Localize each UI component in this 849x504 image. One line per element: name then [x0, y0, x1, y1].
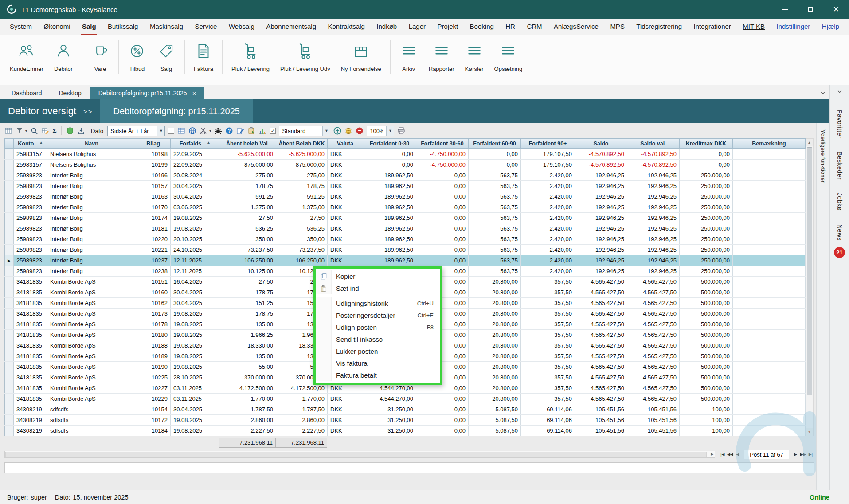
prev-page-button[interactable]: ◀◀ [726, 452, 734, 457]
bug-icon[interactable] [214, 126, 222, 135]
column-header-bilag[interactable]: Bilag [136, 139, 171, 149]
cell[interactable]: 10170 [136, 202, 171, 213]
menu-indstillinger[interactable]: Indstillinger [775, 19, 811, 35]
cell[interactable] [733, 213, 806, 223]
table-row[interactable]: 34308219sdfsdfs1015430.04.20251.787,501.… [5, 404, 806, 415]
table-row[interactable]: 25989823Interiør Bolig1019620.08.2024275… [5, 170, 806, 181]
search-icon[interactable] [30, 126, 38, 135]
cell[interactable]: 192.946,25 [627, 266, 680, 277]
menu-kontraktsalg[interactable]: Kontraktsalg [327, 19, 365, 35]
cell[interactable] [733, 351, 806, 362]
menu-mps[interactable]: MPS [609, 19, 626, 35]
checkbox-unchecked[interactable] [168, 128, 174, 134]
cell[interactable]: 189.962,50 [363, 245, 416, 255]
cell[interactable]: 178,75 [276, 181, 328, 191]
cell[interactable]: 2.420,00 [521, 255, 575, 266]
cell[interactable]: 2.420,00 [521, 245, 575, 255]
cell[interactable]: Kombi Borde ApS [47, 394, 136, 404]
first-record-button[interactable]: |◀ [719, 452, 726, 457]
cell[interactable]: 563,75 [469, 223, 521, 234]
cell[interactable]: 357,50 [521, 330, 575, 340]
cell[interactable]: 500.000,00 [680, 277, 733, 287]
cell[interactable]: 20.800,00 [469, 309, 521, 319]
cell[interactable] [733, 330, 806, 340]
cell[interactable]: DKK [328, 255, 363, 266]
cell[interactable]: 1.787,50 [219, 404, 276, 415]
cell[interactable]: 19.08.2025 [171, 415, 219, 426]
cell[interactable]: 192.946,25 [627, 191, 680, 202]
cell[interactable]: 4.172.500,00 [219, 383, 276, 394]
cell[interactable]: 563,75 [469, 234, 521, 245]
dropdown-caret-icon[interactable]: ▼ [322, 126, 330, 136]
cell[interactable]: 4.565.427,50 [575, 340, 627, 351]
cell[interactable]: 100,00 [680, 415, 733, 426]
cell[interactable] [733, 372, 806, 383]
sidebar-tab-news[interactable]: News [836, 224, 843, 241]
cell[interactable]: 2.420,00 [521, 170, 575, 181]
cell[interactable]: 20.10.2025 [171, 234, 219, 245]
cell[interactable]: 4.565.427,50 [575, 351, 627, 362]
table-icon[interactable] [177, 126, 185, 135]
cell[interactable]: 30.04.2025 [171, 298, 219, 309]
cell[interactable]: 192.946,25 [575, 223, 627, 234]
menu-websalg[interactable]: Websalg [228, 19, 255, 35]
menu-crm[interactable]: CRM [526, 19, 543, 35]
cell[interactable] [733, 383, 806, 394]
prev-record-button[interactable]: ◀ [734, 452, 741, 457]
view-select[interactable]: Standard▼ [279, 126, 330, 136]
toolbar-arkiv[interactable]: Arkiv [394, 40, 423, 74]
cell[interactable]: 25989823 [14, 213, 47, 223]
cell[interactable]: 4.565.427,50 [627, 287, 680, 298]
column-header-forfaldent-0-30[interactable]: Forfaldent 0-30 [363, 139, 416, 149]
cell[interactable]: 179.107,50 [521, 149, 575, 160]
cell[interactable] [733, 277, 806, 287]
cell[interactable]: 10162 [136, 298, 171, 309]
cell[interactable]: 192.946,25 [627, 234, 680, 245]
cell[interactable]: 19.08.2025 [171, 319, 219, 330]
cell[interactable]: 192.946,25 [627, 213, 680, 223]
cell[interactable]: 20.800,00 [469, 287, 521, 298]
cell[interactable]: DKK [328, 223, 363, 234]
cell[interactable]: 0,00 [416, 202, 469, 213]
cell[interactable]: 2.860,00 [276, 415, 328, 426]
cell[interactable]: 34181835 [14, 340, 47, 351]
cell[interactable]: 500.000,00 [680, 298, 733, 309]
cell[interactable]: 357,50 [521, 287, 575, 298]
cell[interactable]: 22.09.2025 [171, 160, 219, 170]
cell[interactable]: 178,75 [219, 287, 276, 298]
column-chooser-icon[interactable] [4, 126, 12, 135]
cell[interactable]: 357,50 [521, 340, 575, 351]
hscroll-thumb[interactable] [5, 452, 707, 457]
cell[interactable]: 1.375,00 [219, 202, 276, 213]
cell[interactable]: 563,75 [469, 170, 521, 181]
cell[interactable]: 591,25 [219, 191, 276, 202]
cell[interactable]: 19.08.2025 [171, 330, 219, 340]
cut-icon[interactable] [200, 126, 207, 135]
cell[interactable]: 0,00 [416, 245, 469, 255]
chart-icon[interactable] [258, 126, 266, 135]
cell[interactable]: Nielsens Bolighus [47, 160, 136, 170]
cell[interactable]: 73.237,50 [276, 245, 328, 255]
cell[interactable]: 25989823 [14, 234, 47, 245]
menu-projekt[interactable]: Projekt [436, 19, 459, 35]
cell[interactable]: Kombi Borde ApS [47, 372, 136, 383]
table-row[interactable]: 34181835Kombi Borde ApS1022903.11.20251.… [5, 394, 806, 404]
cell[interactable] [733, 319, 806, 330]
cell[interactable]: 1.966,25 [219, 330, 276, 340]
cell[interactable]: 10189 [136, 351, 171, 362]
cell[interactable] [733, 170, 806, 181]
menu-hjælp[interactable]: Hjælp [821, 19, 840, 35]
tab-desktop[interactable]: Desktop [51, 87, 90, 99]
cell[interactable]: 189.962,50 [363, 223, 416, 234]
cell[interactable]: 03.11.2025 [171, 394, 219, 404]
column-header-åbent-beløb-val[interactable]: Åbent beløb Val. [219, 139, 276, 149]
add-circle-icon[interactable] [333, 126, 341, 135]
cell[interactable]: 2.860,00 [219, 415, 276, 426]
table-row[interactable]: 34308219sdfsdfs1018419.08.20252.227,502.… [5, 426, 806, 436]
cell[interactable]: 875.000,00 [276, 160, 328, 170]
cell[interactable]: 250.000,00 [680, 223, 733, 234]
cell[interactable]: 4.565.427,50 [575, 362, 627, 372]
cell[interactable]: 25989823 [14, 266, 47, 277]
cell[interactable]: 10157 [136, 181, 171, 191]
cell[interactable]: sdfsdfs [47, 404, 136, 415]
